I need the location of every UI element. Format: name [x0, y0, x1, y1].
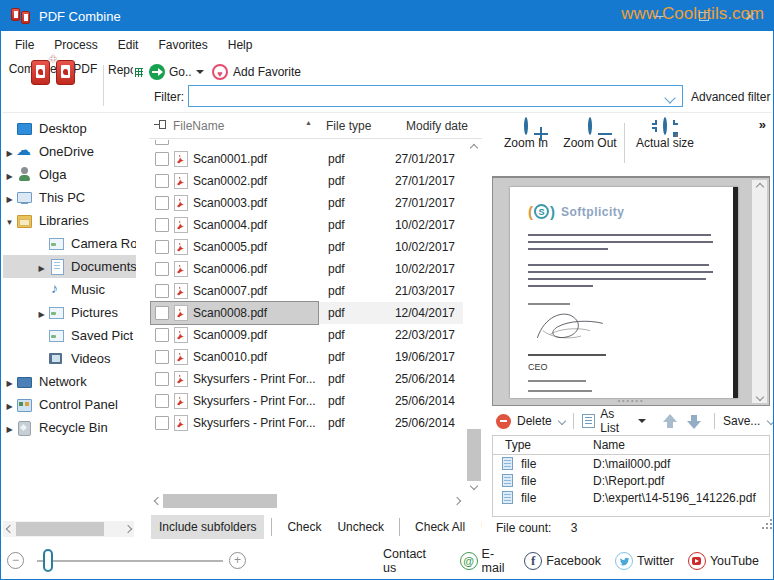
check-button[interactable]: Check [287, 520, 321, 534]
column-header-type[interactable]: Type [493, 438, 593, 452]
file-row[interactable]: Scan0001.pdf pdf 27/01/2017 [151, 148, 463, 170]
save-button[interactable]: Save... [723, 414, 760, 428]
file-hscrollbar-thumb[interactable] [163, 494, 277, 508]
tree-item[interactable]: Pictures [3, 301, 136, 324]
expander-icon[interactable] [3, 190, 16, 205]
slider-plus-button[interactable]: + [229, 552, 246, 569]
zoom-in-button[interactable]: Zoom In [496, 119, 556, 150]
go-button[interactable]: Go.. [149, 64, 204, 80]
delete-button[interactable]: Delete [517, 414, 552, 428]
file-checkbox[interactable] [155, 262, 169, 276]
file-row[interactable]: Scan0006.pdf pdf 10/02/2017 [151, 258, 463, 280]
tree-item[interactable]: Desktop [3, 117, 136, 140]
report-button[interactable]: Report [105, 60, 147, 77]
file-list-horizontal-scrollbar[interactable] [151, 493, 463, 509]
save-dropdown-icon[interactable] [767, 417, 774, 425]
column-header-modifydate[interactable]: Modify date [406, 119, 468, 133]
scroll-up-icon[interactable] [466, 141, 482, 155]
uncheck-button[interactable]: Uncheck [337, 520, 384, 534]
file-row[interactable]: Scan0008.pdf pdf 12/04/2017 [151, 302, 463, 324]
output-row[interactable]: file D:\mail000.pdf [493, 455, 769, 472]
column-header-filetype[interactable]: File type [326, 119, 371, 133]
file-row[interactable]: Scan0005.pdf pdf 10/02/2017 [151, 236, 463, 258]
tree-item[interactable]: Documents [3, 255, 136, 278]
file-list-vertical-scrollbar[interactable] [466, 141, 482, 493]
tree-item[interactable]: Music [3, 278, 136, 301]
scroll-up-icon[interactable] [752, 180, 767, 193]
output-row[interactable]: file D:\Report.pdf [493, 472, 769, 489]
move-down-button[interactable] [687, 414, 701, 429]
tree-item[interactable]: Camera Ro [3, 232, 136, 255]
column-header-filename[interactable]: FileName [173, 119, 224, 133]
expander-icon[interactable] [3, 374, 16, 389]
scroll-right-icon[interactable] [450, 493, 463, 509]
delete-dropdown-icon[interactable] [558, 417, 566, 425]
tree-item[interactable]: Olga [3, 163, 136, 186]
expander-icon[interactable] [3, 144, 16, 159]
resize-grip[interactable] [762, 527, 764, 529]
file-checkbox[interactable] [155, 196, 169, 210]
file-row[interactable]: Scan0009.pdf pdf 22/03/2017 [151, 324, 463, 346]
check-all-button[interactable]: Check All [415, 520, 465, 534]
file-checkbox[interactable] [155, 218, 169, 232]
output-row[interactable]: file D:\expert\14-5196_141226.pdf [493, 489, 769, 506]
youtube-link[interactable]: YouTube [688, 552, 759, 570]
twitter-link[interactable]: Twitter [615, 552, 674, 570]
tree-item[interactable]: Libraries [3, 209, 136, 232]
file-checkbox[interactable] [155, 284, 169, 298]
file-checkbox[interactable] [155, 240, 169, 254]
tree-horizontal-scrollbar[interactable] [3, 521, 134, 537]
column-header-name[interactable]: Name [593, 438, 625, 452]
scroll-down-icon[interactable] [752, 390, 767, 403]
file-row[interactable]: Skysurfers - Print For... pdf 25/06/2014 [151, 368, 463, 390]
file-checkbox[interactable] [155, 394, 169, 408]
tree-scrollbar-thumb[interactable] [16, 522, 104, 536]
scroll-down-icon[interactable] [466, 479, 482, 493]
tree-item[interactable]: OneDrive [3, 140, 136, 163]
slider-thumb[interactable] [43, 549, 53, 572]
file-checkbox[interactable] [155, 174, 169, 188]
file-checkbox[interactable] [155, 328, 169, 342]
tree-item[interactable]: Recycle Bin [3, 416, 136, 439]
expander-icon[interactable] [3, 420, 16, 435]
slider-minus-button[interactable]: − [7, 552, 24, 569]
scroll-right-icon[interactable] [121, 521, 134, 537]
file-scrollbar-thumb[interactable] [467, 429, 481, 481]
file-checkbox[interactable] [155, 152, 169, 166]
file-row[interactable]: Skysurfers - Print For... pdf 25/06/2014 [151, 412, 463, 434]
preview-scrollbar[interactable] [752, 180, 767, 403]
file-row[interactable]: Skysurfers - Print For... pdf 25/06/2014 [151, 390, 463, 412]
menu-item[interactable]: File [2, 38, 44, 52]
as-list-button[interactable]: As List [600, 407, 635, 435]
file-row[interactable]: Scan0004.pdf pdf 10/02/2017 [151, 214, 463, 236]
tree-item[interactable]: Control Panel [3, 393, 136, 416]
expander-icon[interactable] [35, 259, 48, 274]
file-checkbox[interactable] [155, 416, 169, 430]
file-checkbox[interactable] [155, 350, 169, 364]
tree-item[interactable]: This PC [3, 186, 136, 209]
advanced-filter-link[interactable]: Advanced filter [691, 90, 770, 104]
tree-item[interactable]: Videos [3, 347, 136, 370]
expander-icon[interactable] [3, 213, 16, 228]
include-subfolders-button[interactable]: Include subfolders [151, 515, 264, 539]
tree-item[interactable]: Saved Pict [3, 324, 136, 347]
add-favorite-button[interactable]: Add Favorite [212, 64, 301, 80]
facebook-link[interactable]: f Facebook [524, 552, 601, 570]
combine-to-pdf-button[interactable]: + Combine to PDF [6, 59, 100, 76]
menu-item[interactable]: Help [218, 38, 263, 52]
move-up-button[interactable] [663, 414, 677, 429]
toolbar-overflow-icon[interactable]: » [759, 117, 766, 132]
actual-size-button[interactable]: Actual size [630, 119, 700, 150]
expander-icon[interactable] [3, 167, 16, 182]
file-row[interactable]: Scan0003.pdf pdf 27/01/2017 [151, 192, 463, 214]
coolutils-site-link[interactable]: www.Coolutils.com [621, 4, 764, 24]
pin-icon[interactable] [154, 119, 167, 133]
expander-icon[interactable] [3, 397, 16, 412]
file-row[interactable]: Scan0007.pdf pdf 21/03/2017 [151, 280, 463, 302]
zoom-out-button[interactable]: Zoom Out [558, 119, 622, 150]
menu-item[interactable]: Edit [108, 38, 149, 52]
file-row[interactable]: Scan0002.pdf pdf 27/01/2017 [151, 170, 463, 192]
file-checkbox[interactable] [155, 372, 169, 386]
slider-track[interactable] [37, 560, 223, 562]
tree-item[interactable]: Network [3, 370, 136, 393]
